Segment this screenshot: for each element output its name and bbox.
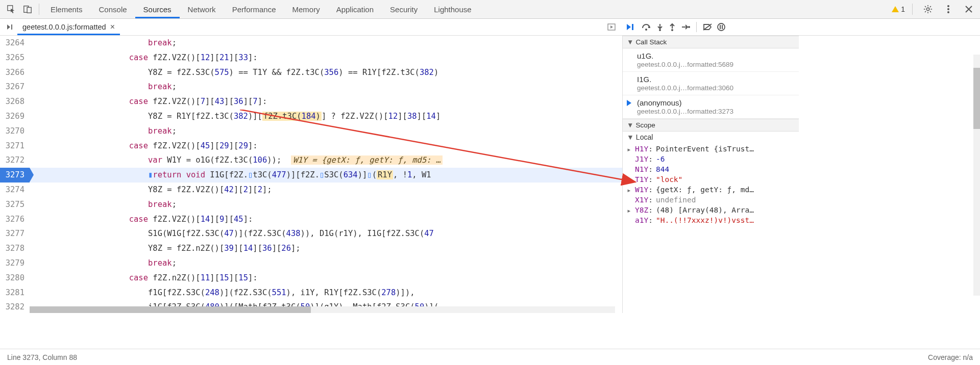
main-area: 3264 break;3265 case f2Z.V2Z()[12][21][3… [0,36,980,313]
code-line[interactable]: 3267 break; [0,80,622,94]
code-line[interactable]: 3275 break; [0,197,622,212]
panel-tab-performance[interactable]: Performance [224,0,284,18]
settings-icon[interactable] [920,1,936,17]
warnings-badge[interactable]: 1 [892,5,905,13]
panel-tabs: ElementsConsoleSourcesNetworkPerformance… [42,0,892,18]
code-content: case f2Z.V2Z()[12][21][33]: [30,50,622,65]
scope-variable[interactable]: T1Y: "lock" [626,174,796,185]
scope-variable[interactable]: ▸H1Y: PointerEvent {isTrust… [626,144,796,154]
scope-variable[interactable]: a1Y: "H..(!!7xxxz!)v!)vsst… [626,215,796,225]
chevron-down-icon: ▼ [627,121,633,129]
line-number[interactable]: 3274 [0,182,30,197]
code-line[interactable]: 3281 f1G[f2Z.S3C(248)](f2Z.S3C(551), i1Y… [0,285,622,300]
line-number[interactable]: 3266 [0,65,30,80]
line-number[interactable]: 3279 [0,256,30,271]
panel-tab-elements[interactable]: Elements [42,0,91,18]
line-number[interactable]: 3280 [0,271,30,285]
code-line[interactable]: 3268 case f2Z.V2Z()[7][43][36][7]: [0,94,622,109]
code-line[interactable]: 3280 case f2Z.n2Z()[11][15][15]: [0,271,622,285]
file-tabs-bar: geetest.0.0.0.js:formatted × [0,19,623,36]
chevron-right-icon: ▸ [627,145,631,153]
code-content: case f2Z.V2Z()[14][9][45]: [30,212,622,227]
step-icon[interactable] [681,23,690,31]
line-number[interactable]: 3276 [0,212,30,227]
code-line[interactable]: 3265 case f2Z.V2Z()[12][21][33]: [0,50,622,65]
scope-pane-header[interactable]: ▼ Scope [623,119,799,132]
line-number[interactable]: 3275 [0,197,30,212]
panel-tab-network[interactable]: Network [180,0,224,18]
panel-tab-memory[interactable]: Memory [284,0,328,18]
call-stack-frame[interactable]: I1G.geetest.0.0.0.j…formatted:3060 [623,72,799,95]
scope-variable[interactable]: N1Y: 844 [626,164,796,174]
line-number[interactable]: 3273 [0,168,30,182]
call-stack-list: u1G.geetest.0.0.0.j…formatted:5689I1G.ge… [623,48,799,119]
variable-value: 844 [656,165,669,173]
resume-icon[interactable] [626,23,636,31]
code-content: S1G(W1G[f2Z.S3C(47)](f2Z.S3C(438)), D1G(… [30,226,622,241]
show-navigator-icon[interactable] [3,20,17,34]
call-stack-frame[interactable]: u1G.geetest.0.0.0.j…formatted:5689 [623,48,799,72]
variable-value: PointerEvent {isTrust… [656,145,754,153]
line-number[interactable]: 3277 [0,226,30,241]
scope-variable[interactable]: ▸W1Y: {getX: ƒ, getY: ƒ, md… [626,185,796,195]
more-icon[interactable] [940,1,957,17]
code-line[interactable]: 3277 S1G(W1G[f2Z.S3C(47)](f2Z.S3C(438)),… [0,226,622,241]
svg-point-11 [659,29,661,31]
close-devtools-icon[interactable] [961,1,977,17]
vertical-scrollbar[interactable] [973,55,980,296]
variable-name: a1Y [635,216,648,224]
scope-variable[interactable]: X1Y: undefined [626,195,796,205]
line-number[interactable]: 3265 [0,50,30,65]
panel-tab-security[interactable]: Security [382,0,426,18]
code-line[interactable]: 3272 var W1Y = o1G(f2Z.t3C(106)); W1Y = … [0,153,622,168]
call-stack-pane-header[interactable]: ▼ Call Stack [623,36,799,48]
pause-on-exceptions-icon[interactable] [717,23,725,31]
scope-local-header[interactable]: ▼ Local [623,132,799,143]
panel-tab-application[interactable]: Application [328,0,382,18]
call-stack-frame[interactable]: (anonymous)geetest.0.0.0.j…formatted:327… [623,95,799,119]
code-line[interactable]: 3264 break; [0,36,622,50]
line-number[interactable]: 3282 [0,300,30,313]
code-content: Y8Z = f2Z.S3C(575) == T1Y && f2Z.t3C(356… [30,65,622,80]
code-line[interactable]: 3273 ▮return void I1G[f2Z.▯t3C(477)][f2Z… [0,168,622,182]
run-snippet-icon[interactable] [604,20,619,34]
step-into-icon[interactable] [656,23,664,31]
close-file-icon[interactable]: × [110,22,115,32]
svg-rect-16 [722,25,723,29]
line-number[interactable]: 3271 [0,139,30,153]
deactivate-breakpoints-icon[interactable] [703,23,712,31]
code-editor[interactable]: 3264 break;3265 case f2Z.V2Z()[12][21][3… [0,36,623,313]
panel-tab-console[interactable]: Console [91,0,135,18]
scope-variable[interactable]: ▸Y8Z: (48) [Array(48), Arra… [626,205,796,215]
code-line[interactable]: 3276 case f2Z.V2Z()[14][9][45]: [0,212,622,227]
horizontal-scrollbar[interactable] [30,306,615,313]
step-over-icon[interactable] [641,23,651,31]
line-number[interactable]: 3267 [0,80,30,94]
devtools-toolbar: ElementsConsoleSourcesNetworkPerformance… [0,0,980,19]
panel-tab-lighthouse[interactable]: Lighthouse [426,0,479,18]
inspect-element-icon[interactable] [3,1,19,17]
line-number[interactable]: 3269 [0,109,30,124]
line-number[interactable]: 3270 [0,124,30,139]
code-line[interactable]: 3274 Y8Z = f2Z.V2Z()[42][2][2]; [0,182,622,197]
svg-rect-15 [720,25,721,29]
svg-rect-9 [632,24,633,30]
code-line[interactable]: 3279 break; [0,256,622,271]
line-number[interactable]: 3268 [0,94,30,109]
code-line[interactable]: 3269 Y8Z = R1Y[f2Z.t3C(382)][f2Z.t3C(184… [0,109,622,124]
code-line[interactable]: 3278 Y8Z = f2Z.n2Z()[39][14][36][26]; [0,241,622,256]
panel-tab-sources[interactable]: Sources [135,0,180,18]
scope-variable[interactable]: J1Y: -6 [626,154,796,164]
line-number[interactable]: 3272 [0,153,30,168]
step-out-icon[interactable] [669,23,676,31]
file-tab[interactable]: geetest.0.0.0.js:formatted × [17,19,120,35]
code-line[interactable]: 3271 case f2Z.V2Z()[45][29][29]: [0,139,622,153]
line-number[interactable]: 3281 [0,285,30,300]
variable-name: Y8Z [635,206,648,214]
line-number[interactable]: 3264 [0,36,30,50]
device-toolbar-icon[interactable] [19,1,36,17]
line-number[interactable]: 3278 [0,241,30,256]
code-line[interactable]: 3266 Y8Z = f2Z.S3C(575) == T1Y && f2Z.t3… [0,65,622,80]
chevron-right-icon: ▸ [627,186,631,194]
code-line[interactable]: 3270 break; [0,124,622,139]
